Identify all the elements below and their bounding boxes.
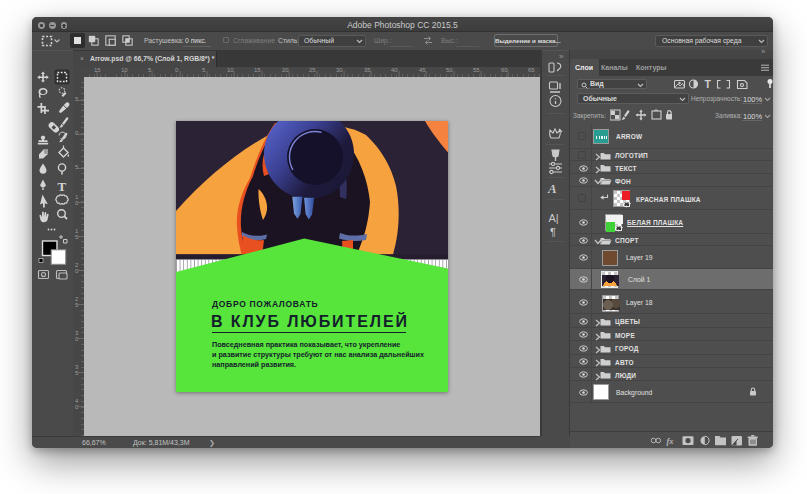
svg-text:A|: A| <box>549 212 559 224</box>
svg-text:A: A <box>547 181 557 196</box>
svg-text:fx: fx <box>667 435 675 445</box>
svg-text:T: T <box>705 79 712 89</box>
svg-text:¶: ¶ <box>550 226 556 238</box>
svg-text:T: T <box>58 179 67 194</box>
